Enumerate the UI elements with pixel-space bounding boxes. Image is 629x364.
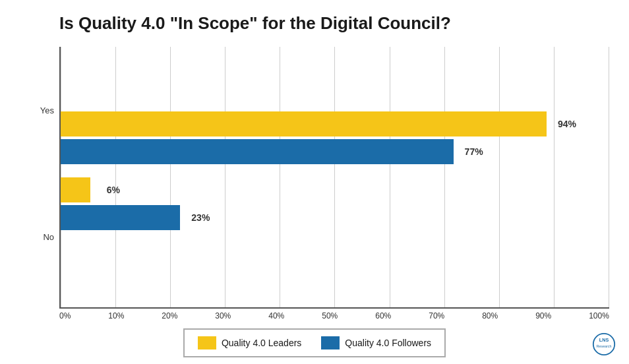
y-label-in-scope: Yes [20, 106, 59, 115]
bars-wrapper: 94% 77% 6% [61, 47, 609, 307]
plot-area: 94% 77% 6% [59, 47, 609, 320]
bar-leaders-no: 6% [61, 177, 90, 202]
chart-container: Is Quality 4.0 "In Scope" for the Digita… [0, 0, 629, 364]
bar-followers-yes: 77% [61, 139, 454, 164]
x-label-90: 90% [535, 311, 551, 320]
y-axis-labels: Yes No [20, 47, 59, 320]
x-label-70: 70% [429, 311, 444, 320]
chart-title: Is Quality 4.0 "In Scope" for the Digita… [59, 13, 609, 34]
x-label-30: 30% [215, 311, 231, 320]
x-label-60: 60% [375, 311, 391, 320]
x-label-80: 80% [482, 311, 498, 320]
bar-group-no: 6% 23% [61, 177, 609, 230]
bar-group-yes: 94% 77% [61, 111, 609, 164]
bar-row-leaders-no: 6% [61, 177, 609, 202]
legend-label-leaders: Quality 4.0 Leaders [222, 338, 301, 348]
y-label-not-in-scope: No [20, 232, 59, 242]
lns-logo-svg: LNS Research [592, 332, 616, 356]
bar-label-followers-yes: 77% [465, 146, 483, 157]
x-label-0: 0% [59, 311, 71, 320]
lns-logo: LNS Research [592, 332, 616, 356]
x-label-40: 40% [268, 311, 284, 320]
legend-swatch-followers [321, 336, 340, 349]
bar-followers-no: 23% [61, 205, 180, 230]
legend-label-followers: Quality 4.0 Followers [345, 338, 431, 348]
chart-legend: Quality 4.0 Leaders Quality 4.0 Follower… [183, 328, 446, 357]
legend-item-leaders: Quality 4.0 Leaders [198, 336, 301, 349]
legend-item-followers: Quality 4.0 Followers [321, 336, 431, 349]
x-label-20: 20% [162, 311, 177, 320]
bar-label-leaders-yes: 94% [558, 119, 576, 129]
bar-row-followers-no: 23% [61, 205, 609, 230]
chart-area: Yes No [20, 47, 609, 320]
x-label-50: 50% [322, 311, 338, 320]
svg-text:Research: Research [596, 344, 611, 348]
bar-label-followers-no: 23% [191, 212, 210, 223]
x-label-100: 100% [589, 311, 609, 320]
bars-section: 94% 77% 6% [59, 47, 609, 309]
x-axis-labels: 0% 10% 20% 30% 40% 50% 60% 70% 80% 90% 1… [59, 311, 609, 320]
legend-swatch-leaders [198, 336, 216, 349]
bar-leaders-yes: 94% [61, 111, 547, 136]
bar-label-leaders-no: 6% [107, 185, 120, 195]
bar-row-followers-yes: 77% [61, 139, 609, 164]
bar-row-leaders-yes: 94% [61, 111, 609, 136]
x-label-10: 10% [108, 311, 124, 320]
svg-text:LNS: LNS [599, 337, 609, 343]
